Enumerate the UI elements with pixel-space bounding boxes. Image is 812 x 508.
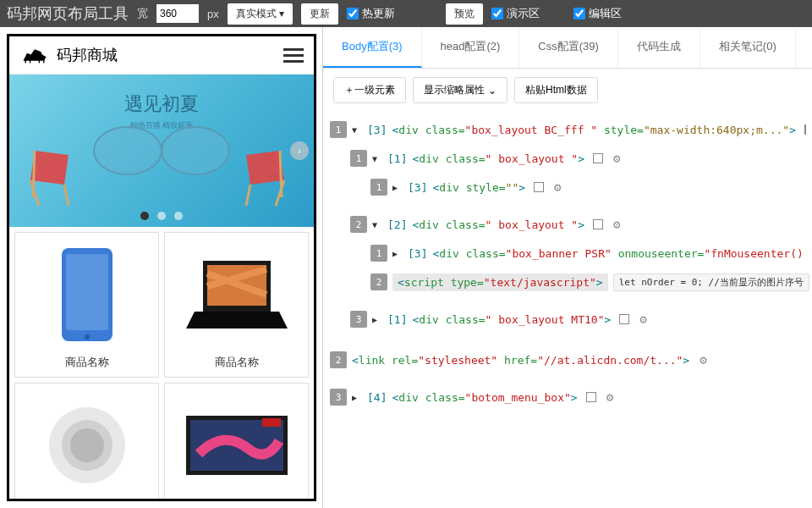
tree-row[interactable]: 1 ▶ [3] <div class="box_banner PSR" onmo… xyxy=(330,239,805,268)
box-icon[interactable] xyxy=(804,124,806,135)
line-number: 2 xyxy=(350,216,367,233)
line-number: 1 xyxy=(370,245,387,262)
box-icon[interactable] xyxy=(534,182,544,192)
box-icon[interactable] xyxy=(593,219,603,229)
chevron-down-icon: ⌄ xyxy=(488,85,497,97)
edit-area-checkbox[interactable]: 编辑区 xyxy=(573,6,622,21)
horse-logo-icon xyxy=(19,45,50,65)
tree-row[interactable]: 2 ▼ [2] <div class=" box_layout "> ⚙ xyxy=(330,210,805,239)
product-card[interactable]: 商品名称 xyxy=(14,232,159,378)
hamburger-icon[interactable] xyxy=(283,48,304,63)
tree-row[interactable]: 2 <link rel="stylesheet" href="//at.alic… xyxy=(330,345,805,374)
gear-icon[interactable]: ⚙ xyxy=(554,180,561,194)
add-element-button[interactable]: ＋一级元素 xyxy=(333,77,406,103)
box-icon[interactable] xyxy=(619,314,629,324)
tree-row[interactable]: 3 ▶ [1] <div class=" box_layout MT10"> ⚙ xyxy=(330,305,805,334)
tab-codegen[interactable]: 代码生成 xyxy=(618,27,700,68)
tree-row[interactable]: 1 ▼ [3] <div class="box_layout BC_fff " … xyxy=(330,115,805,144)
gear-icon[interactable]: ⚙ xyxy=(613,218,620,231)
preview-pane: 码邦商城 遇见初夏 时尚百搭 精致新宠 › xyxy=(0,27,323,508)
paste-html-button[interactable]: 粘贴Html数据 xyxy=(514,77,598,103)
line-number: 2 xyxy=(370,273,387,290)
gear-icon[interactable]: ⚙ xyxy=(613,152,620,165)
beach-chair-left-icon xyxy=(26,142,85,210)
tab-notes[interactable]: 相关笔记(0) xyxy=(700,27,796,68)
editor-toolbar: ＋一级元素 显示缩略属性 ⌄ 粘贴Html数据 xyxy=(323,69,812,112)
dot-3[interactable] xyxy=(174,212,183,220)
mobile-preview-frame: 码邦商城 遇见初夏 时尚百搭 精致新宠 › xyxy=(7,34,316,501)
line-number: 1 xyxy=(330,121,347,138)
tree-row[interactable]: 1 ▶ [3] <div style=""> ⚙ xyxy=(330,173,805,202)
preview-button[interactable]: 预览 xyxy=(446,3,483,25)
line-number: 2 xyxy=(330,351,347,368)
box-icon[interactable] xyxy=(593,153,603,163)
mobile-header: 码邦商城 xyxy=(9,36,314,75)
beach-chair-right-icon xyxy=(229,142,288,210)
tab-body-config[interactable]: Body配置(3) xyxy=(323,27,422,68)
line-number: 3 xyxy=(330,389,347,406)
banner: 遇见初夏 时尚百搭 精致新宠 › xyxy=(9,75,314,227)
width-input[interactable] xyxy=(156,4,199,23)
hot-update-checkbox[interactable]: 热更新 xyxy=(347,6,395,21)
phone-image xyxy=(22,240,151,350)
expand-icon[interactable]: ▶ xyxy=(352,393,362,402)
expand-icon[interactable]: ▶ xyxy=(392,249,403,258)
sunglasses-icon xyxy=(85,121,238,180)
collapse-icon[interactable]: ▼ xyxy=(372,220,382,229)
mobile-brand-title: 码邦商城 xyxy=(57,45,118,65)
product-name: 商品名称 xyxy=(22,355,151,370)
laptop-image xyxy=(172,240,301,350)
banner-dots xyxy=(140,212,183,220)
collapse-icon[interactable]: ▼ xyxy=(352,125,362,135)
expand-icon[interactable]: ▶ xyxy=(372,315,382,324)
product-card[interactable] xyxy=(14,383,159,501)
washer-image xyxy=(22,390,151,500)
gear-icon[interactable]: ⚙ xyxy=(700,353,706,367)
line-number: 3 xyxy=(350,311,367,328)
banner-next-button[interactable]: › xyxy=(290,141,309,160)
box-icon[interactable] xyxy=(586,392,596,402)
js-snippet: let nOrder = 0; //当前显示的图片序号 xyxy=(613,273,809,291)
svg-rect-3 xyxy=(66,254,108,330)
svg-point-8 xyxy=(70,428,104,462)
tab-css-config[interactable]: Css配置(39) xyxy=(519,27,618,68)
demo-area-checkbox[interactable]: 演示区 xyxy=(491,6,540,21)
tree-row[interactable]: 1 ▼ [1] <div class=" box_layout "> ⚙ xyxy=(330,144,805,173)
dot-1[interactable] xyxy=(140,212,149,220)
dot-2[interactable] xyxy=(157,212,166,220)
tv-image xyxy=(172,390,301,500)
px-label: px xyxy=(207,8,219,20)
svg-point-1 xyxy=(162,127,229,174)
code-tree: 1 ▼ [3] <div class="box_layout BC_fff " … xyxy=(323,112,812,508)
update-button[interactable]: 更新 xyxy=(301,3,338,25)
svg-point-4 xyxy=(85,334,90,340)
collapse-icon[interactable]: ▼ xyxy=(372,154,382,163)
svg-rect-11 xyxy=(262,418,281,427)
mode-button[interactable]: 真实模式 ▾ xyxy=(228,3,293,25)
line-number: 1 xyxy=(370,179,387,196)
product-card[interactable]: 商品名称 xyxy=(164,232,309,378)
tree-row[interactable]: 2 <script type="text/javascript"> let nO… xyxy=(330,268,805,296)
editor-pane: Body配置(3) head配置(2) Css配置(39) 代码生成 相关笔记(… xyxy=(323,27,812,508)
tree-row[interactable]: 3 ▶ [4] <div class="botom_menu_box"> ⚙ xyxy=(330,383,805,411)
tab-head-config[interactable]: head配置(2) xyxy=(422,27,520,68)
show-attr-button[interactable]: 显示缩略属性 ⌄ xyxy=(413,77,508,103)
width-label: 宽 xyxy=(137,6,148,21)
top-toolbar: 码邦网页布局工具 宽 px 真实模式 ▾ 更新 热更新 预览 演示区 编辑区 xyxy=(0,0,812,27)
expand-icon[interactable]: ▶ xyxy=(392,183,403,192)
app-title: 码邦网页布局工具 xyxy=(7,3,129,24)
product-card[interactable] xyxy=(164,383,309,501)
svg-point-0 xyxy=(94,127,162,174)
gear-icon[interactable]: ⚙ xyxy=(639,312,646,326)
product-name: 商品名称 xyxy=(172,355,301,370)
gear-icon[interactable]: ⚙ xyxy=(606,390,613,404)
editor-tabs: Body配置(3) head配置(2) Css配置(39) 代码生成 相关笔记(… xyxy=(323,27,812,69)
line-number: 1 xyxy=(350,150,367,167)
product-grid: 商品名称 商品名称 xyxy=(9,227,314,501)
